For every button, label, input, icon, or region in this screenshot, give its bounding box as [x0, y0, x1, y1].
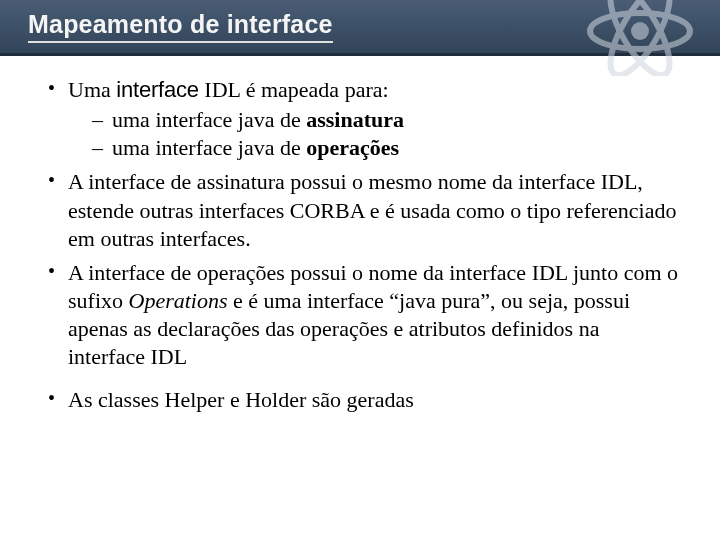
text-italic: Operations [129, 288, 228, 313]
sub-bullet-2: uma interface java de operações [68, 134, 680, 162]
text: A interface de assinatura possui o mesmo… [68, 169, 676, 250]
text: uma interface java de [112, 107, 306, 132]
bullet-list: Uma interface IDL é mapeada para: uma in… [48, 76, 680, 414]
slide: Mapeamento de interface Uma interface ID… [0, 0, 720, 540]
bullet-2: A interface de assinatura possui o mesmo… [48, 168, 680, 252]
content: Uma interface IDL é mapeada para: uma in… [0, 56, 720, 414]
title-bar: Mapeamento de interface [0, 0, 720, 56]
sub-bullet-1: uma interface java de assinatura [68, 106, 680, 134]
bullet-1: Uma interface IDL é mapeada para: uma in… [48, 76, 680, 162]
text-bold: operações [306, 135, 399, 160]
text: As classes Helper e Holder são geradas [68, 387, 414, 412]
sub-list: uma interface java de assinatura uma int… [68, 106, 680, 162]
text-bold: assinatura [306, 107, 404, 132]
text: uma interface java de [112, 135, 306, 160]
text-sans: interface [116, 77, 199, 102]
text: IDL é mapeada para: [199, 77, 389, 102]
svg-point-3 [631, 22, 649, 40]
bullet-4: As classes Helper e Holder são geradas [48, 386, 680, 414]
page-title: Mapeamento de interface [28, 10, 333, 43]
text: Uma [68, 77, 116, 102]
bullet-3: A interface de operações possui o nome d… [48, 259, 680, 372]
logo-icon [580, 0, 700, 76]
